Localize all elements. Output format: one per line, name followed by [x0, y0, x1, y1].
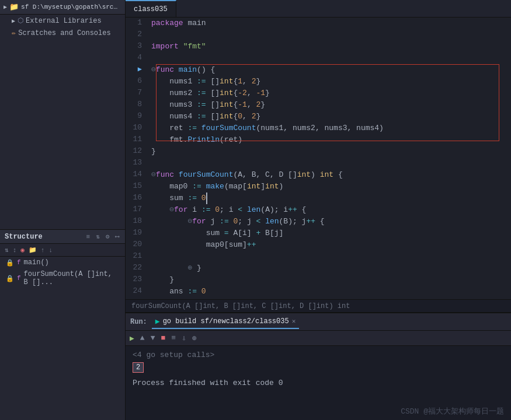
lock-icon2: 🔒 — [6, 275, 14, 282]
table-row: 24 ans := 0 — [126, 286, 511, 298]
sidebar-item-external-libraries[interactable]: ▶ ⬡ External Libraries — [0, 15, 125, 27]
run-menu-btn[interactable]: ≡ — [169, 333, 178, 343]
structure-panel: Structure ≡ ⇅ ⚙ ⟷ ⇅ ↕ ◉ 📁 ↑ ↓ 🔒 f main() — [0, 229, 125, 420]
table-row: 7 nums2 := []int{-2, -1} — [126, 88, 511, 99]
status-bar: fourSumCount(A []int, B []int, C []int, … — [126, 299, 511, 312]
run-scroll-btn[interactable]: ⇩ — [180, 333, 188, 344]
table-row: 21 — [126, 251, 511, 262]
func-icon: f — [17, 259, 21, 266]
func-icon2: f — [17, 275, 21, 282]
structure-toolbar: ⇅ ↕ ◉ 📁 ↑ ↓ — [0, 244, 125, 257]
table-row: 3 import "fmt" — [126, 41, 511, 52]
setup-text: <4 go setup calls> — [133, 349, 214, 361]
expand-icon[interactable]: ⟷ — [114, 232, 120, 241]
sort2-icon[interactable]: ⇅ — [95, 232, 101, 241]
table-row: 6 nums1 := []int{1, 2} — [126, 76, 511, 88]
structure-label: Structure — [5, 233, 43, 241]
table-row: 1 package main — [126, 18, 511, 29]
table-row: 16 sum := 0 — [126, 192, 511, 204]
sidebar: ▶ 📁 sf D:\mysetup\gopath\src\sf ▶ ⬡ Exte… — [0, 0, 126, 420]
table-row: 4 — [126, 52, 511, 64]
table-row: 23 } — [126, 274, 511, 286]
run-gutter-icon[interactable]: ▶ — [138, 65, 142, 74]
arrow-right-icon: ▶ — [12, 18, 15, 24]
sort-num-icon[interactable]: ↕ — [12, 246, 18, 254]
run-label: Run: — [130, 318, 147, 326]
table-row: 17 ⊖for i := 0; i < len(A); i++ { — [126, 204, 511, 216]
output-exit-line: Process finished with exit code 0 — [133, 377, 504, 389]
db-icon: ⬡ — [18, 16, 23, 25]
table-row: 15 map0 := make(map[int]int) — [126, 181, 511, 192]
close-run-tab-icon[interactable]: ✕ — [292, 317, 296, 325]
table-row: 12 } — [126, 146, 511, 158]
settings-icon[interactable]: ⚙ — [105, 232, 111, 241]
run-output: <4 go setup calls> 2 Process finished wi… — [126, 346, 511, 420]
tab-label: class035 — [134, 5, 168, 13]
output-number-badge: 2 — [133, 362, 144, 373]
table-row: 13 — [126, 158, 511, 169]
tab-class035[interactable]: class035 — [126, 0, 176, 17]
run-tab-label: go build sf/newclass2/class035 — [163, 317, 289, 326]
table-row: 19 sum = A[i] + B[j] — [126, 228, 511, 239]
run-up-btn[interactable]: ▲ — [138, 333, 147, 343]
status-text: fourSumCount(A []int, B []int, C []int, … — [131, 302, 350, 310]
table-row: 20 map0[sum]++ — [126, 239, 511, 251]
table-row: 8 nums3 := []int{-1, 2} — [126, 99, 511, 111]
go-icon: ▶ — [155, 317, 160, 326]
table-row: 2 — [126, 29, 511, 41]
table-row: 9 nums4 := []int{0, 2} — [126, 111, 511, 123]
run-play-btn[interactable]: ▶ — [128, 333, 136, 344]
table-row: 10 ret := fourSumCount(nums1, nums2, num… — [126, 123, 511, 134]
run-down-btn[interactable]: ▼ — [149, 333, 157, 343]
project-label: sf D:\mysetup\gopath\src\sf — [21, 4, 120, 10]
struct-item-main[interactable]: 🔒 f main() — [0, 257, 125, 268]
visibility-icon[interactable]: ◉ — [19, 246, 26, 254]
project-header[interactable]: ▶ 📁 sf D:\mysetup\gopath\src\sf — [0, 0, 125, 15]
table-row: 18 ⊖for j := 0; j < len(B); j++ { — [126, 216, 511, 228]
sort-alpha-icon[interactable]: ⇅ — [4, 246, 10, 254]
output-result-line: 2 — [133, 362, 504, 373]
code-table: 1 package main 2 3 import "fmt" — [126, 18, 511, 298]
move-down-icon[interactable]: ↓ — [47, 246, 54, 254]
sort-icon[interactable]: ≡ — [85, 233, 92, 241]
run-tab-build[interactable]: ▶ go build sf/newclass2/class035 ✕ — [152, 315, 300, 329]
exit-text: Process finished with exit code 0 — [133, 377, 283, 389]
run-tab-bar: Run: ▶ go build sf/newclass2/class035 ✕ — [126, 313, 511, 331]
editor-tabs: class035 — [126, 0, 511, 18]
watermark: CSDN @福大大架构师每日一题 — [401, 406, 504, 416]
table-row: ▶ ⊖func main() { — [126, 64, 511, 76]
code-editor[interactable]: 1 package main 2 3 import "fmt" — [126, 18, 511, 299]
run-add-btn[interactable]: ⊕ — [190, 333, 199, 344]
move-up-icon[interactable]: ↑ — [40, 246, 46, 254]
sidebar-item-scratches[interactable]: ✏ Scratches and Consoles — [0, 27, 125, 39]
folder-icon: 📁 — [9, 2, 19, 12]
scratches-icon: ✏ — [12, 29, 16, 37]
table-row: 22 ⊕ } — [126, 262, 511, 274]
run-toolbar: ▶ ▲ ▼ ■ ≡ ⇩ ⊕ — [126, 331, 511, 346]
struct-item-foursumcount[interactable]: 🔒 f fourSumCount(A []int, B []... — [0, 268, 125, 288]
structure-header: Structure ≡ ⇅ ⚙ ⟷ — [0, 230, 125, 244]
table-row: 11 fmt.Println(ret) — [126, 134, 511, 146]
add-icon[interactable]: 📁 — [27, 246, 38, 254]
output-setup-line: <4 go setup calls> — [133, 349, 504, 361]
table-row: 14 ⊖func fourSumCount(A, B, C, D []int) … — [126, 169, 511, 181]
lock-icon: 🔒 — [6, 259, 14, 267]
arrow-icon: ▶ — [4, 4, 7, 10]
bottom-panel: Run: ▶ go build sf/newclass2/class035 ✕ … — [126, 312, 511, 420]
run-stop-btn[interactable]: ■ — [159, 333, 167, 343]
